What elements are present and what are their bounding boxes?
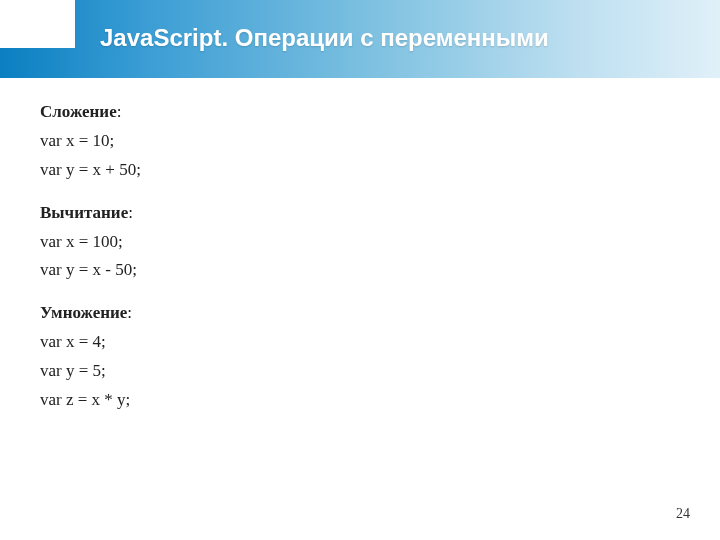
slide-title: JavaScript. Операции с переменными — [100, 24, 549, 52]
section-multiplication: Умножение: var x = 4; var y = 5; var z =… — [40, 299, 680, 415]
section-heading-text: Умножение — [40, 303, 127, 322]
section-addition: Сложение: var x = 10; var y = x + 50; — [40, 98, 680, 185]
section-heading-text: Сложение — [40, 102, 117, 121]
code-line: var y = x - 50; — [40, 256, 680, 285]
header-accent-block — [0, 0, 75, 48]
code-line: var x = 10; — [40, 127, 680, 156]
code-line: var z = x * y; — [40, 386, 680, 415]
section-heading: Сложение: — [40, 98, 680, 127]
code-line: var x = 100; — [40, 228, 680, 257]
section-subtraction: Вычитание: var x = 100; var y = x - 50; — [40, 199, 680, 286]
slide-header: JavaScript. Операции с переменными — [0, 0, 720, 78]
section-heading: Вычитание: — [40, 199, 680, 228]
section-heading-text: Вычитание — [40, 203, 128, 222]
section-heading: Умножение: — [40, 299, 680, 328]
code-line: var y = x + 50; — [40, 156, 680, 185]
slide-content: Сложение: var x = 10; var y = x + 50; Вы… — [0, 78, 720, 415]
code-line: var y = 5; — [40, 357, 680, 386]
code-line: var x = 4; — [40, 328, 680, 357]
page-number: 24 — [676, 506, 690, 522]
